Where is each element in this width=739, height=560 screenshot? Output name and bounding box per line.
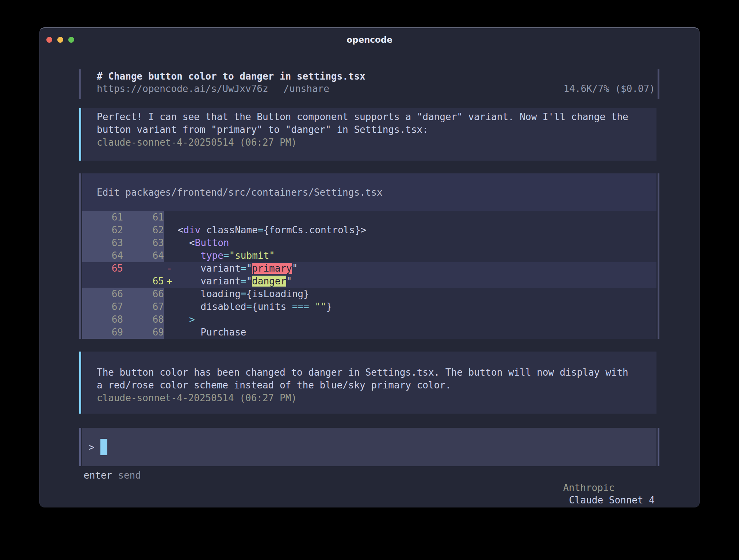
code-line: Purchase [155, 326, 656, 339]
code-line: disabled={units === ""} [155, 300, 656, 313]
code-token: loading [155, 288, 241, 299]
code-token: < [155, 225, 183, 235]
code-token: "" [315, 301, 326, 312]
diff-file-header: Edit packages/frontend/src/containers/Se… [82, 173, 656, 211]
code-token: === [292, 301, 309, 312]
code-token: = [246, 301, 252, 312]
code-token: " [292, 263, 298, 274]
assistant-message: Perfect! I can see that the Button compo… [79, 108, 659, 161]
code-line: <Button [155, 237, 656, 249]
line-number-old [82, 275, 123, 288]
diff-row: 6363 <Button [82, 237, 656, 249]
line-number-old: 68 [82, 313, 123, 326]
code-line [155, 211, 656, 224]
diff-marker: - [166, 262, 172, 275]
message-accent-border [79, 108, 81, 161]
diff-row: 6262 <div className={formCs.controls}> [82, 224, 656, 237]
unshare-command[interactable]: /unshare [284, 83, 329, 95]
text-cursor [100, 439, 107, 455]
message-text-line: button variant from "primary" to "danger… [97, 123, 656, 136]
code-token: disabled [155, 301, 246, 312]
line-number-old: 66 [82, 288, 123, 300]
code-token: > [189, 314, 195, 325]
message-text-line: The button color has been changed to dan… [97, 366, 656, 379]
message-model-timestamp: claude-sonnet-4-20250514 (06:27 PM) [97, 136, 656, 149]
diff-row: 6969 Purchase [82, 326, 656, 339]
code-token: primary [252, 263, 292, 274]
diff-row: 6666 loading={isLoading} [82, 288, 656, 300]
code-token: } [326, 301, 332, 312]
code-token: < [155, 237, 195, 248]
code-token: = [258, 225, 264, 235]
minimize-button[interactable] [57, 37, 63, 43]
diff-row: 6161 [82, 211, 656, 224]
code-line: <div className={formCs.controls}> [155, 224, 656, 237]
share-url-link[interactable]: https://opencode.ai/s/UwJxv76z [97, 83, 268, 95]
code-token: = [223, 250, 229, 261]
code-line: - variant="primary" [155, 262, 656, 275]
line-number-old: 63 [82, 237, 123, 249]
diff-row: 6868 > [82, 313, 656, 326]
code-token: className [200, 225, 258, 235]
titlebar: opencode [40, 28, 699, 51]
send-action-hint: send [118, 469, 141, 507]
code-line: loading={isLoading} [155, 288, 656, 300]
model-label: Claude Sonnet 4 [569, 495, 655, 506]
message-text-line: a red/rose color scheme instead of the b… [97, 379, 656, 392]
code-token: = [241, 263, 246, 274]
prompt-input[interactable]: > [82, 428, 656, 466]
code-token: type [200, 250, 223, 261]
left-border [79, 69, 81, 99]
code-line: type="submit" [155, 249, 656, 262]
code-token: " [246, 276, 252, 287]
code-token: {formCs.controls}> [263, 225, 366, 235]
edit-diff-card: Edit packages/frontend/src/containers/Se… [79, 173, 659, 339]
right-border [658, 69, 659, 99]
message-text-line: Perfect! I can see that the Button compo… [97, 111, 656, 123]
diff-row: 6464 type="submit" [82, 249, 656, 262]
left-border [79, 428, 81, 466]
line-number-old: 65 [82, 262, 123, 275]
close-button[interactable] [46, 37, 52, 43]
session-title: # Change button color to danger in setti… [97, 70, 656, 83]
window-title: opencode [40, 35, 699, 45]
diff-row: 65+ variant="danger" [82, 275, 656, 288]
code-token: " [286, 276, 292, 287]
code-token: "submit" [229, 250, 275, 261]
code-token [155, 250, 200, 261]
token-usage-stats: 14.6K/7% ($0.07) [564, 83, 655, 95]
provider-label: Anthropic [563, 482, 614, 493]
code-token: danger [252, 276, 286, 287]
left-border [79, 173, 81, 339]
code-line: > [155, 313, 656, 326]
code-line: + variant="danger" [155, 275, 656, 288]
app-window: opencode # Change button color to danger… [39, 27, 700, 507]
code-token: " [246, 263, 252, 274]
traffic-lights [46, 37, 74, 43]
code-token: = [241, 276, 246, 287]
line-number-old: 61 [82, 211, 123, 224]
line-number-old: 64 [82, 249, 123, 262]
zoom-button[interactable] [68, 37, 74, 43]
assistant-message: The button color has been changed to dan… [79, 352, 659, 414]
enter-key-hint: enter [84, 469, 112, 507]
diff-row: 65- variant="primary" [82, 262, 656, 275]
code-token: {units [252, 301, 292, 312]
message-accent-border [79, 352, 81, 414]
code-token: Purchase [155, 327, 246, 338]
code-token: Button [195, 237, 229, 248]
diff-marker: + [166, 275, 172, 288]
prompt-caret: > [89, 442, 95, 453]
session-header: # Change button color to danger in setti… [79, 69, 659, 99]
line-number-old: 67 [82, 300, 123, 313]
code-token: div [183, 225, 200, 235]
code-token: {isLoading} [246, 288, 309, 299]
right-border [658, 173, 659, 339]
right-border [658, 428, 659, 466]
line-number-old: 62 [82, 224, 123, 237]
diff-rows: 61616262 <div className={formCs.controls… [82, 211, 656, 339]
code-token [155, 314, 189, 325]
code-token: = [241, 288, 246, 299]
diff-row: 6767 disabled={units === ""} [82, 300, 656, 313]
line-number-old: 69 [82, 326, 123, 339]
